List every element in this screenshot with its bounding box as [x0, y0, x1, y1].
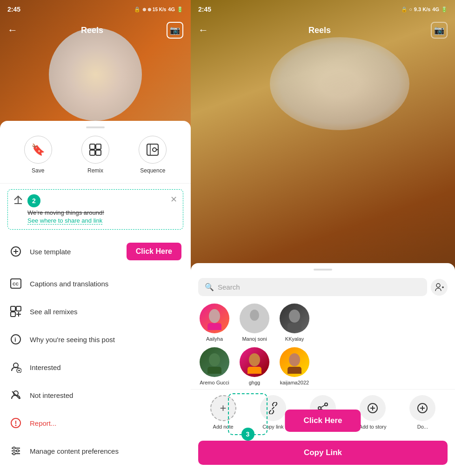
sequence-label: Sequence: [140, 167, 165, 174]
contact-aremo[interactable]: Aremo Gucci: [198, 347, 231, 385]
camera-button-right[interactable]: 📷: [431, 22, 448, 39]
notification-text: 2 We're moving things around! See where …: [27, 194, 166, 225]
interested-label: Interested: [30, 364, 61, 371]
see-remixes-label: See all remixes: [30, 308, 78, 316]
svg-point-46: [249, 353, 260, 366]
sheet-handle-left: [86, 126, 105, 128]
avatar-kkyalay: [280, 304, 309, 333]
notification-line2: See where to share and link: [27, 217, 102, 225]
remix-icon: [81, 136, 109, 164]
copy-link-icon: [260, 395, 286, 421]
interested-item[interactable]: Interested: [0, 353, 191, 381]
save-action[interactable]: 🔖 Save: [24, 136, 52, 174]
click-here-button-left[interactable]: Click Here: [127, 243, 181, 260]
contact-name-manoj: Manoj soni: [242, 336, 267, 342]
search-bar[interactable]: 🔍 Search: [198, 278, 427, 296]
svg-rect-14: [16, 306, 21, 311]
status-bar-left: 2:45 🔒 ⊛ ⊛ 15 K/s 4G 🔋: [0, 0, 191, 19]
search-placeholder: Search: [218, 283, 421, 291]
svg-rect-43: [288, 323, 301, 330]
contacts-row-1: Aailyha Manoj soni KKyal: [191, 300, 455, 345]
interested-icon: [9, 361, 22, 374]
back-button-left[interactable]: ←: [7, 24, 18, 36]
svg-rect-15: [11, 312, 15, 317]
svg-point-28: [15, 425, 17, 426]
contact-ghgg[interactable]: ghgg: [238, 347, 271, 385]
avatar-manoj: [240, 304, 269, 333]
status-icons-left: 🔒 ⊛ ⊛ 15 K/s 4G 🔋: [134, 7, 183, 13]
copy-link-main-button[interactable]: Copy Link: [198, 441, 448, 465]
back-button-right[interactable]: ←: [198, 24, 208, 36]
svg-point-33: [17, 450, 19, 452]
report-label: Report...: [30, 419, 57, 427]
nav-title-left: Reels: [81, 26, 103, 35]
notification-close[interactable]: ✕: [170, 194, 177, 205]
add-to-story-label: Add to story: [359, 424, 387, 430]
nav-bar-left: ← Reels 📷: [0, 19, 191, 42]
contact-name-aailyha: Aailyha: [206, 336, 223, 342]
save-icon: 🔖: [24, 136, 52, 164]
contact-name-ghgg: ghgg: [249, 380, 260, 385]
avatar-aailyha: [200, 304, 229, 333]
svg-rect-1: [96, 144, 101, 149]
nav-title-right: Reels: [308, 26, 331, 35]
see-remixes-item[interactable]: See all remixes: [0, 298, 191, 325]
svg-rect-3: [96, 150, 101, 155]
camera-button-left[interactable]: 📷: [167, 22, 183, 39]
contact-name-kaijama: kaijama2022: [280, 380, 309, 385]
svg-point-38: [209, 309, 220, 323]
sequence-action[interactable]: Sequence: [139, 136, 167, 174]
time-right: 2:45: [198, 6, 211, 13]
action-icons-row: 🔖 Save Remix: [0, 136, 191, 184]
not-interested-item[interactable]: Not interested: [0, 381, 191, 409]
svg-text:i: i: [14, 336, 16, 343]
captions-item[interactable]: CC Captions and translations: [0, 270, 191, 298]
captions-icon: CC: [9, 277, 22, 290]
svg-point-35: [436, 284, 440, 287]
menu-list: CC Captions and translations See all rem…: [0, 268, 191, 467]
svg-point-48: [289, 353, 300, 366]
add-people-button[interactable]: [431, 279, 448, 296]
share-icon-banner: [13, 195, 23, 207]
svg-rect-13: [11, 306, 15, 311]
remix-action[interactable]: Remix: [81, 136, 109, 174]
more-action[interactable]: Do...: [408, 395, 436, 430]
svg-rect-49: [288, 367, 301, 374]
add-note-action[interactable]: + Add note: [209, 395, 237, 430]
contact-kkyalay[interactable]: KKyalay: [278, 304, 311, 342]
svg-text:CC: CC: [13, 282, 19, 286]
share-sheet: 🔍 Search Aa: [191, 263, 455, 476]
search-icon: 🔍: [205, 283, 214, 291]
notification-banner: 2 We're moving things around! See where …: [7, 189, 183, 230]
notification-line1: We're moving things around!: [27, 209, 166, 216]
why-seeing-label: Why you're seeing this post: [30, 336, 115, 344]
report-icon: [9, 416, 22, 430]
click-here-button-right[interactable]: Click Here: [285, 410, 361, 432]
use-template-item[interactable]: Use template Click Here: [0, 235, 191, 268]
contact-manoj[interactable]: Manoj soni: [238, 304, 271, 342]
contact-aailyha[interactable]: Aailyha: [198, 304, 231, 342]
top-nav-right: 2:45 🔒 ○ 9.3 K/s 4G 🔋 ← Reels 📷: [191, 0, 455, 42]
why-seeing-item[interactable]: i Why you're seeing this post: [0, 325, 191, 353]
contact-kaijama[interactable]: kaijama2022: [278, 347, 311, 385]
remix-label: Remix: [87, 167, 103, 174]
right-panel: 2:45 🔒 ○ 9.3 K/s 4G 🔋 ← Reels 📷 🔍 Search: [191, 0, 455, 476]
report-item[interactable]: Report...: [0, 409, 191, 437]
manage-content-label: Manage content preferences: [30, 447, 119, 455]
contacts-row-2: Aremo Gucci ghgg kaijama: [191, 345, 455, 389]
not-interested-label: Not interested: [30, 391, 73, 399]
notification-badge: 2: [27, 194, 40, 207]
add-note-icon: +: [210, 395, 236, 421]
captions-label: Captions and translations: [30, 280, 108, 288]
svg-rect-45: [207, 367, 221, 374]
avatar-kaijama: [280, 347, 309, 377]
copy-link-action[interactable]: Copy link: [259, 395, 287, 430]
time-left: 2:45: [7, 6, 20, 13]
add-to-story-action[interactable]: Add to story: [359, 395, 387, 430]
manage-content-item[interactable]: Manage content preferences: [0, 437, 191, 465]
why-seeing-icon: i: [9, 333, 22, 346]
add-note-label: Add note: [213, 424, 234, 430]
contact-name-aremo: Aremo Gucci: [200, 380, 229, 385]
search-row: 🔍 Search: [191, 278, 455, 300]
svg-point-44: [209, 353, 220, 366]
